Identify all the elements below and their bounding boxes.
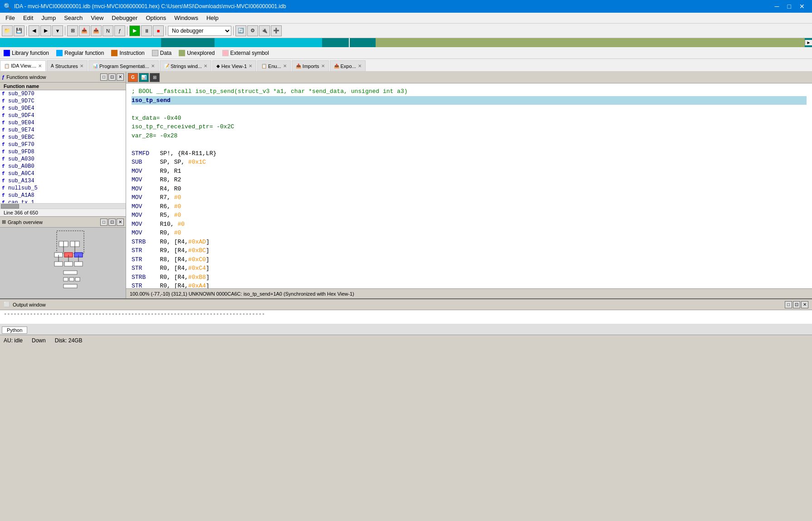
tab-exports-close[interactable]: ✕ — [358, 63, 362, 68]
output-restore[interactable]: □ — [785, 301, 792, 308]
list-item[interactable]: f sub_9E04 — [0, 119, 126, 127]
legend-bar: Library function Regular function Instru… — [0, 47, 812, 59]
graph-overview-float[interactable]: ⊡ — [108, 219, 116, 226]
func-name: sub_9D70 — [8, 91, 34, 97]
run-button[interactable]: ▶ — [129, 25, 140, 36]
stop-button[interactable]: ■ — [153, 25, 164, 36]
names-button[interactable]: N — [103, 25, 113, 36]
list-item[interactable]: f sub_A134 — [0, 177, 126, 185]
nav-seg-regular[interactable] — [215, 38, 322, 47]
tab-imports-close[interactable]: ✕ — [321, 63, 325, 68]
list-item[interactable]: f sub_9DF4 — [0, 112, 126, 119]
menu-search[interactable]: Search — [60, 14, 86, 22]
save-button[interactable]: 💾 — [14, 25, 24, 36]
tab-ida-view-close[interactable]: ✕ — [38, 63, 42, 68]
pause-button[interactable]: ⏸ — [141, 25, 152, 36]
open-button[interactable]: 📁 — [2, 25, 13, 36]
functions-window-restore[interactable]: □ — [100, 73, 108, 81]
back-button[interactable]: ◀ — [29, 25, 39, 36]
minimize-button[interactable]: ─ — [771, 2, 783, 11]
tab-exports[interactable]: 📤 Expo... ✕ — [330, 60, 366, 71]
app-icon: 🔍 — [4, 3, 11, 10]
graph-overview-close[interactable]: ✕ — [117, 219, 124, 226]
menu-windows[interactable]: Windows — [171, 14, 202, 22]
code-area[interactable]: ; BOOL __fastcall iso_tp_send(struct_v3 … — [126, 83, 812, 288]
func-name: sub_9EBC — [8, 134, 34, 141]
exports-button[interactable]: 📤 — [91, 25, 102, 36]
functions-hscroll[interactable] — [0, 203, 126, 209]
list-item[interactable]: f sub_9D70 — [0, 90, 126, 97]
segments-button[interactable]: ⊞ — [67, 25, 78, 36]
tab-segments-close[interactable]: ✕ — [151, 63, 155, 68]
list-item[interactable]: f sub_9DE4 — [0, 105, 126, 112]
tab-enums[interactable]: 📋 Enu... ✕ — [257, 60, 291, 71]
tab-enums-close[interactable]: ✕ — [283, 63, 287, 68]
menu-debugger[interactable]: Debugger — [108, 14, 141, 22]
menu-view[interactable]: View — [87, 14, 107, 22]
functions-window-float[interactable]: ⊡ — [108, 73, 116, 81]
line-count: Line 366 of 650 — [4, 210, 38, 215]
tab-structures-close[interactable]: ✕ — [80, 63, 83, 68]
close-button[interactable]: ✕ — [796, 2, 808, 11]
tab-ida-view[interactable]: 📋 IDA View.... ✕ — [0, 60, 46, 71]
functions-window-close[interactable]: ✕ — [117, 73, 124, 81]
toolbar-sep-5 — [233, 26, 234, 35]
menu-options[interactable]: Options — [142, 14, 170, 22]
func-name: sub_9E74 — [8, 127, 34, 133]
menu-help[interactable]: Help — [203, 14, 222, 22]
code-tool-3[interactable]: ⊞ — [150, 73, 160, 82]
extra-button[interactable]: ➕ — [271, 25, 282, 36]
list-item[interactable]: f sub_9FD8 — [0, 148, 126, 156]
nav-scroll-right[interactable]: ▶ — [805, 40, 812, 45]
tab-imports[interactable]: 📥 Imports ✕ — [292, 60, 329, 71]
list-item[interactable]: f sub_A0B0 — [0, 163, 126, 170]
list-item[interactable]: f sub_A0C4 — [0, 170, 126, 177]
list-item[interactable]: f sub_9D7C — [0, 97, 126, 105]
hscroll-thumb[interactable] — [1, 204, 19, 209]
title-bar: 🔍 IDA - mvci-MVCI006000001.idb (mvci-MVC… — [0, 0, 812, 13]
func-name: sub_A134 — [8, 178, 34, 184]
plugin-button[interactable]: 🔌 — [259, 25, 270, 36]
tab-strings[interactable]: 📝 Strings wind... ✕ — [160, 60, 211, 71]
functions-button[interactable]: ƒ — [114, 25, 125, 36]
list-item[interactable]: f sub_9E74 — [0, 127, 126, 134]
func-icon: f — [2, 91, 6, 97]
menu-edit[interactable]: Edit — [20, 14, 37, 22]
imports-button[interactable]: 📥 — [79, 25, 90, 36]
graph-canvas[interactable] — [0, 228, 126, 298]
refresh-button[interactable]: 🔄 — [235, 25, 246, 36]
functions-list[interactable]: f sub_9D70 f sub_9D7C f sub_9DE4 f sub_9… — [0, 90, 126, 203]
debugger-dropdown[interactable]: No debugger — [168, 26, 231, 36]
code-line — [132, 105, 807, 114]
func-icon: f — [2, 98, 6, 104]
output-tab-python[interactable]: Python — [2, 326, 27, 334]
list-item[interactable]: f sub_A1A8 — [0, 192, 126, 199]
tab-hex-view[interactable]: ◆ Hex View-1 ✕ — [212, 60, 256, 71]
title-bar-controls: ─ □ ✕ — [771, 2, 808, 11]
settings-button[interactable]: ⚙ — [247, 25, 258, 36]
forward-button[interactable]: ▶ — [40, 25, 51, 36]
code-tool-1[interactable]: G — [128, 73, 138, 82]
nav-seg-library[interactable] — [0, 38, 161, 47]
list-item[interactable]: f nullsub_5 — [0, 185, 126, 192]
graph-overview-restore[interactable]: □ — [100, 219, 108, 226]
output-float[interactable]: ⊡ — [793, 301, 800, 308]
menu-file[interactable]: File — [2, 14, 19, 22]
menu-jump[interactable]: Jump — [38, 14, 59, 22]
code-tool-2[interactable]: 📊 — [139, 73, 149, 82]
output-close[interactable]: ✕ — [801, 301, 808, 308]
tab-strings-close[interactable]: ✕ — [204, 63, 207, 68]
tab-structures[interactable]: A Structures ✕ — [47, 60, 88, 71]
list-item[interactable]: f sub_A030 — [0, 156, 126, 163]
tab-segments[interactable]: 📊 Program Segmentati... ✕ — [88, 60, 159, 71]
list-item[interactable]: f sub_9F70 — [0, 141, 126, 148]
nav-seg-unexplored[interactable] — [376, 38, 805, 47]
list-item[interactable]: f can_tx_1 — [0, 199, 126, 203]
nav-seg-mid[interactable] — [322, 38, 376, 47]
maximize-button[interactable]: □ — [784, 2, 795, 11]
code-line: MOV R6, #0 — [132, 202, 807, 211]
tab-hex-view-close[interactable]: ✕ — [249, 63, 252, 68]
tab-ida-view-icon: 📋 — [4, 63, 10, 68]
nav-button[interactable]: ▼ — [52, 25, 63, 36]
list-item[interactable]: f sub_9EBC — [0, 134, 126, 141]
